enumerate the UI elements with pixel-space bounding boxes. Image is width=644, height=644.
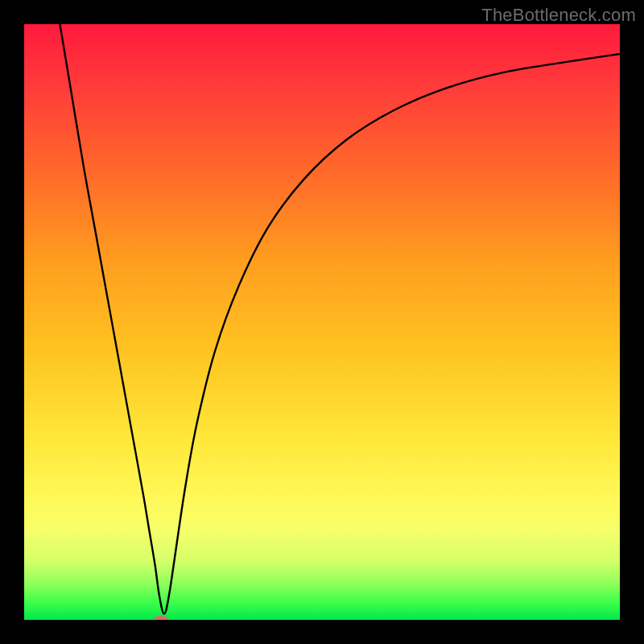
chart-frame: TheBottleneck.com xyxy=(0,0,644,644)
watermark-text: TheBottleneck.com xyxy=(481,5,636,26)
plot-area xyxy=(24,24,620,620)
series-curve xyxy=(60,24,620,614)
curve-layer xyxy=(24,24,620,620)
min-marker xyxy=(154,616,168,620)
